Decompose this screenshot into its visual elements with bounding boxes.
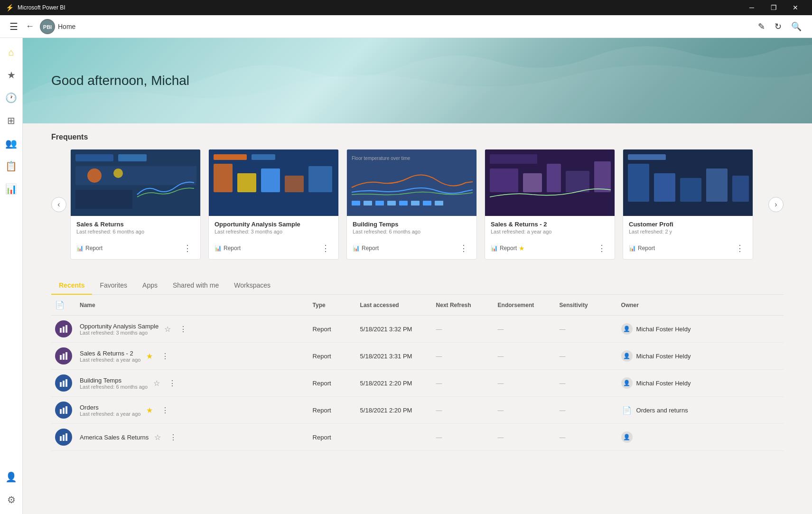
row-endorsement-2: —	[494, 343, 556, 370]
sidebar-item-shared[interactable]: 👥	[1, 133, 22, 154]
card-title-5: Customer Profi	[629, 221, 747, 228]
tab-workspaces[interactable]: Workspaces	[226, 277, 278, 295]
sidebar-item-profile[interactable]: 👤	[1, 467, 22, 487]
sidebar-item-settings[interactable]: ⚙	[1, 489, 22, 510]
restore-button[interactable]: ❐	[763, 0, 784, 15]
row-accessed-5	[356, 424, 432, 451]
title-bar-left: ⚡ Microsoft Power BI	[6, 4, 65, 11]
report-card-3[interactable]: Floor temperature over time	[346, 149, 477, 260]
more-button-1[interactable]: ⋮	[177, 324, 190, 335]
row-refresh-2: —	[432, 343, 494, 370]
svg-rect-38	[680, 178, 701, 202]
tab-shared[interactable]: Shared with me	[165, 277, 226, 295]
title-bar-controls: ─ ❐ ✕	[741, 0, 806, 15]
svg-rect-4	[118, 154, 147, 161]
row-sensitivity-1: —	[556, 316, 617, 343]
col-icon: 📄	[51, 295, 76, 316]
svg-rect-31	[547, 164, 561, 192]
logo-icon: PBI	[40, 19, 55, 34]
card-subtitle-4: Last refreshed: a year ago	[491, 229, 609, 234]
star-button-2[interactable]: ★	[145, 351, 154, 362]
svg-rect-45	[63, 354, 65, 360]
hamburger-button[interactable]: ☰	[8, 19, 20, 34]
svg-rect-14	[261, 168, 280, 192]
tab-favorites[interactable]: Favorites	[92, 277, 135, 295]
col-endorsement: Endorsement	[494, 295, 556, 316]
tabs-container: Recents Favorites Apps Shared with me Wo…	[51, 277, 784, 295]
refresh-button[interactable]: ↻	[772, 19, 784, 35]
sidebar-item-workspaces[interactable]: 📋	[1, 156, 22, 177]
card-footer-3: 📊 Report ⋮	[347, 239, 476, 259]
sidebar-item-recent[interactable]: 🕐	[1, 87, 22, 108]
minimize-button[interactable]: ─	[741, 0, 763, 15]
svg-rect-22	[387, 201, 396, 206]
card-title-4: Sales & Returns - 2	[491, 221, 609, 228]
report-card-5[interactable]: Customer Profi Last refreshed: 2 y 📊 Rep…	[623, 149, 753, 260]
row-icon-cell	[51, 316, 76, 343]
more-button-2[interactable]: ⋮	[159, 351, 172, 362]
carousel-next-button[interactable]: ›	[768, 197, 784, 212]
report-card-2[interactable]: Opportunity Analysis Sample Last refresh…	[208, 149, 339, 260]
row-icon-5	[55, 429, 72, 446]
back-button[interactable]: ←	[24, 19, 36, 33]
more-button-3[interactable]: ⋮	[166, 378, 179, 389]
card-more-button-1[interactable]: ⋮	[180, 242, 195, 254]
star-button-1[interactable]: ☆	[163, 324, 172, 335]
svg-rect-25	[423, 201, 431, 206]
top-bar: ☰ ← PBI Home ✎ ↻ 🔍	[0, 15, 812, 38]
close-button[interactable]: ✕	[784, 0, 806, 15]
svg-rect-33	[594, 161, 611, 192]
star-button-5[interactable]: ☆	[153, 432, 162, 443]
card-footer-5: 📊 Report ⋮	[623, 239, 753, 259]
carousel-prev-button[interactable]: ‹	[51, 197, 66, 212]
card-footer-1: 📊 Report ⋮	[71, 239, 200, 259]
frequents-title: Frequents	[51, 133, 784, 141]
star-button-4[interactable]: ★	[145, 405, 154, 416]
search-button[interactable]: 🔍	[788, 19, 804, 35]
svg-rect-8	[75, 190, 132, 209]
svg-rect-55	[65, 433, 67, 441]
row-name-cell-2: Sales & Returns - 2 Last refreshed: a ye…	[76, 343, 309, 370]
svg-rect-11	[252, 154, 275, 160]
card-info-4: Sales & Returns - 2 Last refreshed: a ye…	[485, 216, 615, 239]
card-more-button-3[interactable]: ⋮	[457, 242, 471, 254]
card-thumbnail-4	[485, 150, 615, 216]
col-owner: Owner	[617, 295, 784, 316]
table-section: 📄 Name Type Last accessed Next Refresh E…	[23, 295, 812, 451]
tab-recents[interactable]: Recents	[51, 277, 92, 295]
more-button-5[interactable]: ⋮	[167, 432, 180, 443]
sidebar-item-home[interactable]: ⌂	[1, 42, 22, 63]
recents-table: 📄 Name Type Last accessed Next Refresh E…	[51, 295, 784, 451]
tab-apps[interactable]: Apps	[135, 277, 165, 295]
card-more-button-2[interactable]: ⋮	[318, 242, 333, 254]
col-sensitivity: Sensitivity	[556, 295, 617, 316]
card-more-button-4[interactable]: ⋮	[595, 242, 609, 254]
row-endorsement-4: —	[494, 397, 556, 424]
page-title: Home	[58, 23, 75, 30]
report-card-4[interactable]: Sales & Returns - 2 Last refreshed: a ye…	[485, 149, 615, 260]
svg-rect-35	[628, 154, 666, 160]
svg-rect-24	[411, 201, 420, 206]
star-button-3[interactable]: ☆	[152, 378, 161, 389]
svg-rect-23	[399, 201, 408, 206]
row-icon-cell	[51, 370, 76, 397]
title-bar: ⚡ Microsoft Power BI ─ ❐ ✕	[0, 0, 812, 15]
svg-rect-16	[308, 166, 332, 192]
edit-button[interactable]: ✎	[755, 19, 768, 35]
svg-rect-49	[65, 379, 67, 387]
card-subtitle-2: Last refreshed: 3 months ago	[215, 229, 333, 234]
sidebar-item-apps[interactable]: ⊞	[1, 110, 22, 131]
sidebar-item-datasets[interactable]: 📊	[1, 178, 22, 199]
sidebar-item-favorites[interactable]: ★	[1, 65, 22, 85]
card-footer-2: 📊 Report ⋮	[209, 239, 338, 259]
star-icon-4: ★	[519, 244, 525, 252]
row-type-4: Report	[309, 397, 356, 424]
card-more-button-5[interactable]: ⋮	[733, 242, 747, 254]
report-card-1[interactable]: Sales & Returns Last refreshed: 6 months…	[70, 149, 201, 260]
row-sensitivity-5: —	[556, 424, 617, 451]
title-bar-title: Microsoft Power BI	[18, 4, 65, 11]
cards-carousel: ‹	[51, 149, 784, 260]
svg-rect-28	[490, 154, 537, 164]
svg-rect-42	[63, 327, 65, 333]
more-button-4[interactable]: ⋮	[159, 405, 172, 416]
